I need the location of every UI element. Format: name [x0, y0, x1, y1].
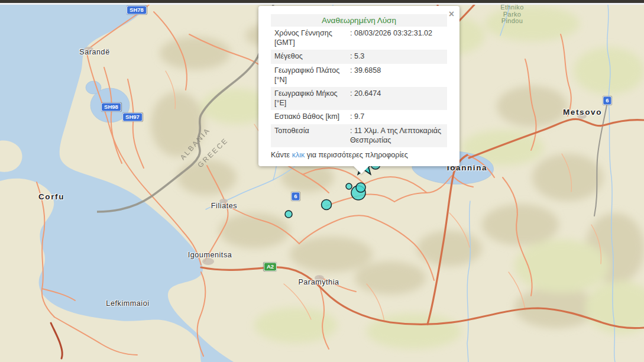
popup-row-label: Εστιακό Βάθος [km]	[271, 110, 347, 124]
popup-row: Χρόνος Γέννησης [GMT]: 08/03/2026 03:32:…	[271, 27, 447, 50]
popup-footer-post: για περισσότερες πληροφορίες	[305, 151, 408, 159]
popup-row: Γεωγραφικό Μήκος [°E]: 20.6474	[271, 87, 447, 110]
top-strip	[0, 3, 644, 5]
popup-row: Εστιακό Βάθος [km]: 9.7	[271, 110, 447, 124]
popup-table: Αναθεωρημένη Λύση Χρόνος Γέννησης [GMT]:…	[271, 14, 447, 147]
earthquake-circle-marker[interactable]	[346, 183, 352, 189]
map-viewport[interactable]: SarandëCorfuLefkimmaioiFiliatesIgoumenit…	[0, 0, 644, 362]
earthquake-popup: × Αναθεωρημένη Λύση Χρόνος Γέννησης [GMT…	[258, 6, 459, 166]
popup-row-label: Μέγεθος	[271, 50, 347, 64]
popup-tail	[353, 166, 370, 174]
popup-row: Μέγεθος: 5.3	[271, 50, 447, 64]
earthquake-circle-marker[interactable]	[356, 183, 365, 192]
popup-row-value: : 11 Χλμ. Α της Λεπτοκαριάς Θεσπρωτίας	[347, 124, 447, 147]
earthquake-circle-marker[interactable]	[322, 200, 332, 210]
popup-row-value: : 9.7	[347, 110, 447, 124]
popup-row-value: : 39.6858	[347, 64, 447, 87]
popup-row: Γεωγραφικό Πλάτος [°N]: 39.6858	[271, 64, 447, 87]
popup-footer: Κάντε κλικ για περισσότερες πληροφορίες	[271, 151, 447, 159]
popup-row-label: Γεωγραφικό Μήκος [°E]	[271, 87, 347, 110]
popup-table-body: Χρόνος Γέννησης [GMT]: 08/03/2026 03:32:…	[271, 27, 447, 147]
earthquake-circle-marker[interactable]	[285, 211, 292, 218]
popup-row-value: : 20.6474	[347, 87, 447, 110]
popup-row-label: Γεωγραφικό Πλάτος [°N]	[271, 64, 347, 87]
popup-row-value: : 5.3	[347, 50, 447, 64]
popup-title: Αναθεωρημένη Λύση	[271, 14, 447, 27]
popup-footer-pre: Κάντε	[271, 151, 292, 159]
popup-row-label: Χρόνος Γέννησης [GMT]	[271, 27, 347, 50]
popup-row-label: Τοποθεσία	[271, 124, 347, 147]
popup-row: Τοποθεσία: 11 Χλμ. Α της Λεπτοκαριάς Θεσ…	[271, 124, 447, 147]
popup-row-value: : 08/03/2026 03:32:31.02	[347, 27, 447, 50]
screen: SarandëCorfuLefkimmaioiFiliatesIgoumenit…	[0, 0, 644, 362]
popup-close-icon[interactable]: ×	[449, 11, 454, 18]
more-info-link[interactable]: κλικ	[292, 151, 305, 159]
